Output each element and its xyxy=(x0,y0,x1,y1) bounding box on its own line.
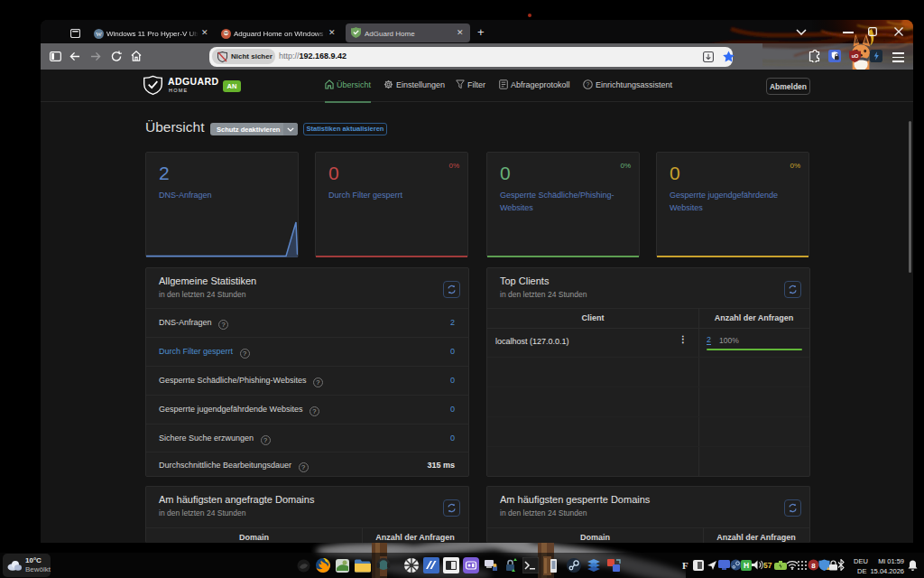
svg-text:H: H xyxy=(744,561,749,570)
svg-text:?: ? xyxy=(587,81,590,88)
svg-text:8: 8 xyxy=(811,562,816,570)
svg-text:uO: uO xyxy=(852,53,859,59)
